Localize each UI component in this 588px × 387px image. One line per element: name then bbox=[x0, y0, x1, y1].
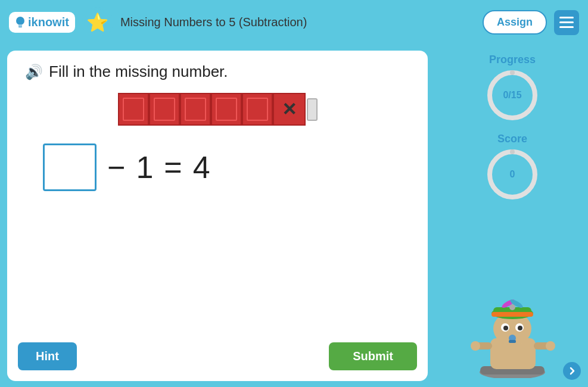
assign-button[interactable]: Assign bbox=[483, 10, 547, 35]
brick-1 bbox=[118, 93, 149, 126]
x-mark: ✕ bbox=[282, 101, 297, 118]
brick-cap bbox=[307, 98, 318, 121]
mascot-image bbox=[469, 286, 556, 378]
panel-divider bbox=[435, 51, 437, 381]
bulb-icon bbox=[15, 16, 26, 29]
mascot-area bbox=[469, 207, 556, 381]
bricks-row: ✕ bbox=[118, 93, 318, 126]
brick-2 bbox=[149, 93, 180, 126]
star-badge: ⭐ bbox=[82, 7, 113, 38]
instruction-text: Fill in the missing number. bbox=[49, 63, 228, 81]
brick-bar: ✕ bbox=[118, 93, 318, 126]
bottom-bar: Hint Submit bbox=[18, 342, 417, 370]
next-arrow-button[interactable] bbox=[563, 362, 581, 380]
progress-section: Progress 0/15 bbox=[486, 54, 539, 122]
main-content: 🔊 Fill in the missing number. ✕ bbox=[0, 45, 588, 387]
brick-5 bbox=[242, 93, 273, 126]
brick-4 bbox=[211, 93, 242, 126]
visual-area: ✕ bbox=[25, 93, 410, 126]
arrow-right-icon bbox=[567, 366, 577, 376]
activity-title: Missing Numbers to 5 (Subtraction) bbox=[120, 15, 475, 29]
submit-button[interactable]: Submit bbox=[329, 342, 417, 370]
score-label: Score bbox=[497, 133, 527, 145]
brick-3 bbox=[180, 93, 211, 126]
score-circle: 0 bbox=[486, 148, 539, 201]
menu-line-2 bbox=[559, 21, 574, 23]
operator: − bbox=[107, 149, 125, 185]
svg-point-25 bbox=[471, 341, 480, 351]
score-value: 0 bbox=[510, 169, 515, 180]
speaker-icon[interactable]: 🔊 bbox=[25, 64, 43, 80]
logo: iknowit bbox=[9, 12, 75, 33]
operand2: 1 bbox=[136, 149, 153, 185]
menu-button[interactable] bbox=[554, 10, 579, 35]
hint-button[interactable]: Hint bbox=[18, 342, 77, 370]
progress-label: Progress bbox=[489, 54, 536, 66]
svg-point-14 bbox=[503, 326, 508, 330]
answer-input-box[interactable] bbox=[43, 143, 97, 191]
svg-point-15 bbox=[518, 326, 522, 330]
progress-value: 0/15 bbox=[503, 90, 521, 101]
equation-area: − 1 = 4 bbox=[43, 143, 410, 191]
svg-rect-17 bbox=[509, 340, 516, 343]
equals-sign: = bbox=[164, 149, 182, 185]
sidebar: Progress 0/15 Score 0 bbox=[444, 51, 581, 381]
star-icon: ⭐ bbox=[86, 12, 108, 33]
progress-circle: 0/15 bbox=[486, 68, 539, 122]
result: 4 bbox=[193, 149, 210, 185]
svg-point-27 bbox=[546, 341, 555, 351]
app-header: iknowit ⭐ Missing Numbers to 5 (Subtract… bbox=[0, 0, 588, 45]
brick-x-end: ✕ bbox=[273, 93, 318, 126]
question-panel: 🔊 Fill in the missing number. ✕ bbox=[7, 51, 428, 381]
svg-point-0 bbox=[16, 17, 24, 25]
menu-line-3 bbox=[559, 26, 574, 28]
question-header: 🔊 Fill in the missing number. bbox=[25, 63, 410, 81]
menu-line-1 bbox=[559, 17, 574, 18]
score-section: Score 0 bbox=[486, 133, 539, 201]
svg-rect-20 bbox=[491, 312, 533, 317]
logo-text: iknowit bbox=[28, 15, 69, 29]
